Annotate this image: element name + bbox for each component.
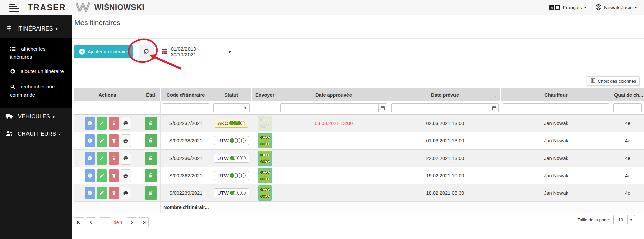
next-page-button[interactable]	[127, 217, 137, 227]
info-button[interactable]	[85, 187, 95, 199]
delete-button[interactable]	[109, 169, 119, 182]
unlock-button[interactable]	[145, 134, 157, 147]
column-header[interactable]: Chauffeur	[501, 88, 611, 101]
filter-statut: ▼	[211, 101, 252, 115]
column-header[interactable]: Code d'itinéraire	[161, 88, 211, 101]
edit-button[interactable]	[97, 117, 107, 130]
column-header[interactable]: Quai de ch...	[611, 88, 644, 101]
chauffeur-cell: Jan Nowak	[501, 150, 611, 167]
date-approuvee-cell: 03.03.2021 13:00	[278, 115, 389, 132]
column-header[interactable]: Envoyer	[252, 88, 278, 101]
print-button[interactable]	[121, 152, 131, 165]
edit-button[interactable]	[97, 169, 107, 182]
calendar-icon[interactable]	[490, 104, 498, 112]
language-selector[interactable]: A Français ▾	[549, 5, 586, 10]
calendar-icon[interactable]	[378, 104, 387, 112]
column-header[interactable]: Date prévue↓	[389, 88, 501, 101]
column-header[interactable]: Statut	[211, 88, 252, 101]
sidebar-item-itineraires[interactable]: ITINÉRAIRES ▾	[0, 20, 72, 38]
refresh-button[interactable]	[139, 45, 154, 58]
edit-button[interactable]	[97, 187, 107, 199]
info-button[interactable]	[85, 152, 95, 165]
filter-etat	[141, 101, 161, 115]
date-range-picker[interactable]: 01/02/2019 - 30/10/2021 ▼	[157, 45, 236, 58]
unlock-button[interactable]	[145, 186, 157, 200]
statut-cell: UTW	[211, 132, 252, 150]
edit-button[interactable]	[97, 152, 107, 165]
column-header[interactable]: Date approuvée	[278, 88, 389, 101]
etat-cell	[141, 132, 161, 150]
chevron-down-icon: ▾	[56, 27, 57, 31]
sidebar-item-rechercher-une-commande[interactable]: rechercher une commande	[5, 79, 67, 102]
divider	[72, 38, 644, 39]
date-prevue-filter-input[interactable]	[392, 104, 490, 112]
print-button[interactable]	[121, 134, 131, 147]
column-chooser-button[interactable]: Choix des colonnes	[587, 76, 640, 86]
statut-filter-dropdown[interactable]: ▼	[241, 104, 249, 112]
statut-cell: UTW	[211, 150, 252, 167]
send-status-icon[interactable]: ↓	[258, 133, 272, 148]
filter-actions	[74, 101, 141, 115]
unlock-button[interactable]	[145, 169, 157, 182]
status-dots	[231, 191, 246, 195]
brand-name: WIŚNIOWSKI	[94, 3, 144, 12]
print-button[interactable]	[121, 169, 131, 182]
prev-page-button[interactable]	[86, 217, 96, 227]
filter-date-approuvee	[278, 101, 389, 115]
delete-button[interactable]	[109, 187, 119, 199]
itineraries-table: ActionsÉtatCode d'itinéraireStatutEnvoye…	[74, 88, 644, 213]
delete-button[interactable]	[109, 134, 119, 147]
edit-button[interactable]	[97, 134, 107, 147]
page-size-select[interactable]: 10 ▼	[613, 215, 635, 224]
send-status-icon[interactable]: ↓	[258, 168, 272, 183]
print-button[interactable]	[121, 187, 131, 199]
actions-cell	[74, 167, 141, 184]
sidebar-item-ajouter-un-itineraire[interactable]: ajouter un itinéraire	[5, 64, 67, 79]
page-number-input[interactable]	[99, 217, 111, 227]
date-approuvee-cell	[278, 184, 389, 202]
wisniowski-logo	[75, 2, 90, 14]
quai-cell: 4e	[611, 167, 644, 184]
statut-filter-input[interactable]	[214, 104, 241, 112]
sidebar-item-vehicules[interactable]: VÉHICULES ▾	[0, 108, 72, 125]
column-header[interactable]: État	[141, 88, 161, 101]
info-button[interactable]	[85, 134, 95, 147]
add-itinerary-button[interactable]: + Ajouter un itinéraire	[74, 45, 133, 58]
info-button[interactable]	[85, 169, 95, 182]
unlock-button[interactable]	[145, 117, 157, 130]
info-button[interactable]	[85, 117, 95, 130]
last-page-button[interactable]	[139, 217, 149, 227]
send-status-icon[interactable]: ↓	[258, 151, 272, 166]
actions-cell	[74, 132, 141, 150]
user-menu[interactable]: Nowak Jasiu ▾	[595, 4, 637, 11]
chevron-down-icon: ▾	[584, 6, 586, 9]
truck-icon	[5, 113, 13, 121]
first-page-button[interactable]	[74, 217, 84, 227]
page-size-control: Taille de la page: 10 ▼	[577, 215, 635, 224]
delete-button[interactable]	[109, 152, 119, 165]
quai-filter-input[interactable]	[614, 104, 641, 112]
chauffeur-cell: Jan Nowak	[501, 115, 611, 132]
code-cell: S/002238/2021	[161, 132, 211, 150]
date-approuvee-cell	[278, 167, 389, 184]
chauffeur-filter-input[interactable]	[503, 104, 609, 112]
unlock-button[interactable]	[145, 152, 157, 165]
status-dots	[231, 173, 246, 178]
menu-icon[interactable]	[9, 4, 20, 12]
etat-cell	[141, 167, 161, 184]
code-filter-input[interactable]	[163, 104, 209, 112]
table-row: S/002237/2021 AKC ↓ 03.03.2021 13:00 02.…	[74, 115, 644, 132]
send-status-icon[interactable]: ↓	[258, 185, 272, 201]
sidebar-item-label: ajouter un itinéraire	[21, 68, 64, 74]
send-status-icon[interactable]: ↓	[258, 116, 272, 131]
delete-button[interactable]	[109, 117, 119, 130]
sidebar-item-chauffeurs[interactable]: CHAUFFEURS ▾	[0, 125, 72, 143]
sidebar-item-afficher-les-itineraires[interactable]: afficher les itinéraires	[5, 42, 67, 64]
down-arrow-icon: ↓	[264, 156, 266, 160]
print-button[interactable]	[121, 117, 131, 130]
chevron-down-icon: ▾	[59, 132, 60, 136]
envoyer-cell: ↓	[252, 150, 278, 167]
date-approuvee-filter-input[interactable]	[281, 104, 378, 112]
column-header[interactable]: Actions	[74, 88, 141, 101]
date-range-value: 01/02/2019 - 30/10/2021	[171, 46, 224, 57]
